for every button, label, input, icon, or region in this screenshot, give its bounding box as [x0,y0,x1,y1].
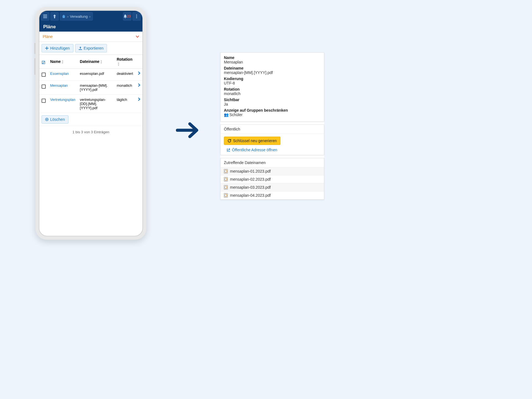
public-header: Öffentlich [221,125,324,134]
detail-name-label: Name [224,55,321,60]
export-button[interactable]: Exportieren [75,44,107,52]
svg-rect-1 [43,16,47,17]
row-name-link[interactable]: Essensplan [50,71,69,76]
check-all-icon: ☑ [42,60,45,65]
dots-vertical-icon [136,14,137,18]
column-rotation[interactable]: Rotation▲▼ [114,55,136,69]
table-row[interactable]: Mensaplan mensaplan-[MM].[YYYY].pdf mona… [39,81,142,95]
add-label: Hinzufügen [50,46,70,50]
column-name[interactable]: Name▲▼ [48,55,78,69]
home-icon [62,14,66,18]
delete-button[interactable]: Löschen [42,115,68,124]
plans-table: ☑ Name▲▼ Dateiname▲▼ Rotation▲▼ Essenspl… [39,55,142,113]
file-item[interactable]: mensaplan-04.2023.pdf [221,191,324,200]
notification-button[interactable]: 23 [123,12,131,21]
export-label: Exportieren [84,46,104,50]
external-link-icon [227,148,230,152]
svg-point-3 [136,15,137,16]
checkbox-icon [42,85,46,89]
phone-side-button [34,43,35,54]
row-name-link[interactable]: Mensaplan [50,83,68,88]
regenerate-key-button[interactable]: Schlüssel neu generieren [224,137,280,145]
row-checkbox-cell[interactable] [39,81,48,95]
file-icon [224,177,228,181]
open-public-url-link[interactable]: Öffentliche Adresse öffnen [224,148,277,152]
row-name-link[interactable]: Vertretungsplan [50,98,75,102]
detail-rotation-label: Rotation [224,87,321,91]
file-name: mensaplan-04.2023.pdf [230,193,271,198]
row-checkbox-cell[interactable] [39,69,48,81]
delete-label: Löschen [50,117,65,122]
row-rotation: täglich [114,95,136,113]
detail-panel: NameMensaplan Dateinamemensaplan-[MM].[Y… [220,52,324,200]
sort-icon: ▲▼ [117,62,120,66]
more-button[interactable] [132,12,141,21]
chevron-right-icon [138,83,140,87]
hamburger-icon [43,15,47,18]
file-name: mensaplan-01.2023.pdf [230,169,271,173]
file-item[interactable]: mensaplan-01.2023.pdf [221,167,324,175]
add-button[interactable]: Hinzufügen [42,44,73,52]
chevron-right-icon [138,98,140,101]
detail-encoding-value: UTF-8 [224,81,321,85]
phone-side-button [34,58,35,75]
plus-icon [45,47,48,50]
row-rotation: monatlich [114,81,136,95]
file-icon [224,193,228,198]
row-checkbox-cell[interactable] [39,95,48,113]
checkbox-icon [42,73,46,77]
up-button[interactable] [50,12,59,21]
table-row[interactable]: Essensplan essensplan.pdf deaktiviert [39,69,142,81]
svg-point-4 [136,16,137,17]
section-title: Pläne [43,34,53,39]
svg-point-5 [136,17,137,18]
row-expand[interactable] [136,95,142,113]
detail-visible-value: Ja [224,102,321,106]
detail-visible-label: Sichtbar [224,98,321,102]
breadcrumb-item: Verwaltung [70,14,88,19]
section-header[interactable]: Pläne [39,32,142,42]
column-filename[interactable]: Dateiname▲▼ [78,55,114,69]
arrow-up-icon [53,14,56,18]
breadcrumb[interactable]: » Verwaltung » [60,12,93,21]
file-name: mensaplan-03.2023.pdf [230,185,271,190]
detail-filename-label: Dateiname [224,66,321,70]
regenerate-key-label: Schlüssel neu generieren [233,139,277,143]
chevron-right-icon [138,71,140,75]
detail-name-value: Mensaplan [224,60,321,64]
chevron-down-icon [136,35,139,38]
svg-rect-0 [43,15,47,15]
file-item[interactable]: mensaplan-02.2023.pdf [221,175,324,183]
detail-groups-label: Anzeige auf Gruppen beschränken [224,108,321,112]
file-item[interactable]: mensaplan-03.2023.pdf [221,183,324,191]
detail-encoding-label: Kodierung [224,76,321,81]
breadcrumb-separator: » [89,14,91,19]
notification-count: 23 [127,14,131,18]
svg-rect-2 [43,17,47,18]
row-filename: essensplan.pdf [78,69,114,81]
refresh-icon [227,139,231,143]
detail-rotation-value: monatlich [224,91,321,96]
row-expand[interactable] [136,69,142,81]
sort-icon: ▲▼ [61,60,64,64]
select-all-column[interactable]: ☑ [39,55,48,69]
file-name: mensaplan-02.2023.pdf [230,177,271,181]
file-icon [224,169,228,173]
delete-icon [45,118,48,121]
row-filename: mensaplan-[MM].[YYYY].pdf [78,81,114,95]
breadcrumb-separator: » [67,14,69,19]
bell-icon [124,14,127,18]
open-public-url-label: Öffentliche Adresse öffnen [232,148,277,152]
table-footer-info: 1 bis 3 von 3 Einträgen [39,126,142,138]
detail-groups-value: 👥 Schüler [224,112,321,117]
detail-filename-value: mensaplan-[MM].[YYYY].pdf [224,70,321,75]
checkbox-icon [42,99,46,103]
row-expand[interactable] [136,81,142,95]
row-filename: vertretungsplan-[DD].[MM].[YYYY].pdf [78,95,114,113]
export-icon [79,47,82,50]
menu-button[interactable] [41,12,49,21]
table-row[interactable]: Vertretungsplan vertretungsplan-[DD].[MM… [39,95,142,113]
transition-arrow [175,119,202,141]
row-rotation: deaktiviert [114,69,136,81]
group-icon: 👥 [224,112,228,117]
